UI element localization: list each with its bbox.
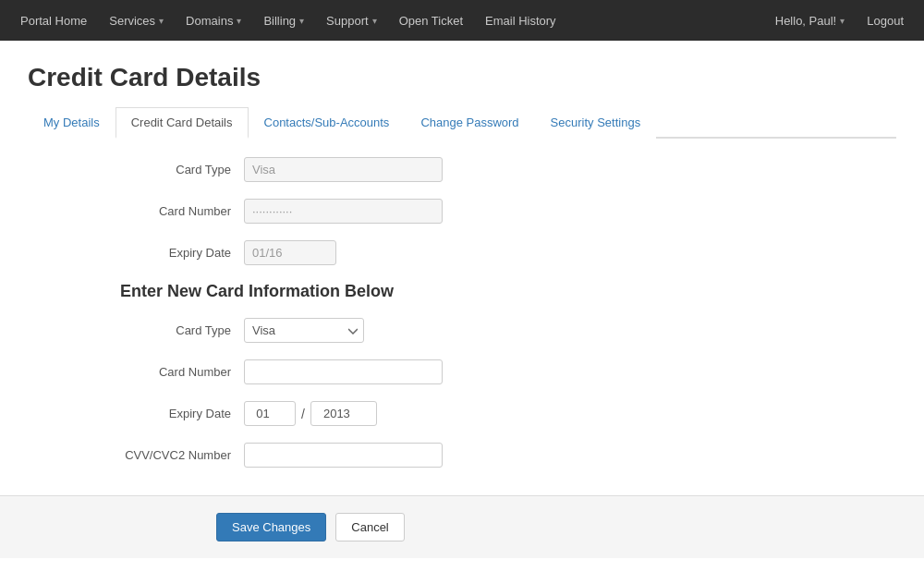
cvv-label: CVV/CVC2 Number bbox=[120, 448, 231, 462]
expiry-slash: / bbox=[301, 407, 305, 421]
save-changes-button[interactable]: Save Changes bbox=[216, 513, 326, 541]
billing-arrow-icon: ▾ bbox=[299, 16, 304, 26]
tab-my-details[interactable]: My Details bbox=[28, 107, 116, 139]
new-expiry-label: Expiry Date bbox=[120, 407, 231, 420]
new-card-type-row: Card Type Visa Mastercard Amex Discover bbox=[28, 318, 896, 343]
tab-content: Card Type Visa Card Number ············ … bbox=[28, 139, 896, 468]
nav-open-ticket[interactable]: Open Ticket bbox=[388, 0, 474, 41]
services-arrow-icon: ▾ bbox=[159, 16, 164, 26]
support-arrow-icon: ▾ bbox=[372, 16, 377, 26]
tab-credit-card-details[interactable]: Credit Card Details bbox=[116, 107, 249, 139]
nav-logout[interactable]: Logout bbox=[856, 0, 915, 41]
current-card-type-value: Visa bbox=[244, 157, 443, 182]
expiry-inputs: / bbox=[244, 401, 377, 426]
tab-contacts-sub-accounts[interactable]: Contacts/Sub-Accounts bbox=[249, 107, 406, 139]
current-expiry-row: Expiry Date 01/16 bbox=[28, 240, 896, 265]
new-card-type-select[interactable]: Visa Mastercard Amex Discover bbox=[244, 318, 364, 343]
cvv-row: CVV/CVC2 Number bbox=[28, 443, 896, 468]
cancel-button[interactable]: Cancel bbox=[335, 513, 404, 541]
user-arrow-icon: ▾ bbox=[840, 16, 845, 26]
domains-arrow-icon: ▾ bbox=[237, 16, 241, 26]
new-expiry-row: Expiry Date / bbox=[28, 401, 896, 426]
nav-services[interactable]: Services ▾ bbox=[98, 0, 175, 41]
nav-domains[interactable]: Domains ▾ bbox=[175, 0, 252, 41]
nav-portal-home[interactable]: Portal Home bbox=[9, 0, 98, 41]
current-card-number-row: Card Number ············ bbox=[28, 199, 896, 224]
nav-support[interactable]: Support ▾ bbox=[315, 0, 388, 41]
navigation: Portal Home Services ▾ Domains ▾ Billing… bbox=[0, 0, 924, 41]
expiry-month-input[interactable] bbox=[244, 401, 296, 426]
current-expiry-value: 01/16 bbox=[244, 240, 336, 265]
new-card-type-label: Card Type bbox=[120, 323, 231, 337]
nav-email-history[interactable]: Email History bbox=[474, 0, 567, 41]
new-card-section-title: Enter New Card Information Below bbox=[28, 282, 896, 301]
current-card-number-value: ············ bbox=[244, 199, 443, 224]
page-title: Credit Card Details bbox=[28, 63, 896, 92]
cvv-input[interactable] bbox=[244, 443, 443, 468]
expiry-date-label: Expiry Date bbox=[120, 246, 231, 260]
nav-user-greeting[interactable]: Hello, Paul! ▾ bbox=[764, 0, 856, 41]
tab-bar: My Details Credit Card Details Contacts/… bbox=[28, 107, 896, 139]
new-card-number-label: Card Number bbox=[120, 365, 231, 379]
current-card-type-row: Card Type Visa bbox=[28, 157, 896, 182]
tab-security-settings[interactable]: Security Settings bbox=[535, 107, 657, 139]
expiry-year-input[interactable] bbox=[310, 401, 377, 426]
card-type-label: Card Type bbox=[120, 163, 231, 176]
nav-billing[interactable]: Billing ▾ bbox=[252, 0, 315, 41]
new-card-number-row: Card Number bbox=[28, 359, 896, 384]
new-card-number-input[interactable] bbox=[244, 359, 443, 384]
footer-bar: Save Changes Cancel bbox=[0, 495, 924, 558]
card-number-label: Card Number bbox=[120, 204, 231, 218]
tab-change-password[interactable]: Change Password bbox=[405, 107, 534, 139]
